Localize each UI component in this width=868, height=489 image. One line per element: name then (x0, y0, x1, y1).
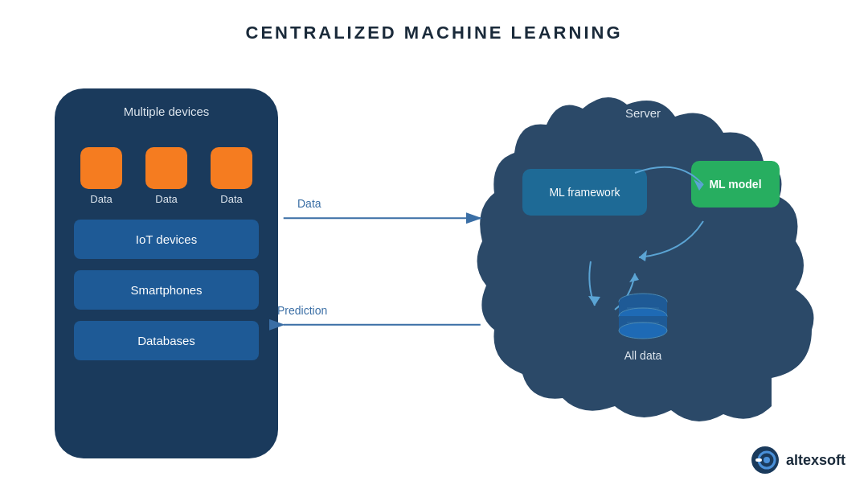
data-label-middle: Data (155, 193, 177, 205)
data-icon-left: Data (80, 147, 122, 205)
data-arrow-label: Data (297, 197, 321, 210)
data-icon-right: Data (211, 147, 252, 205)
svg-marker-1 (639, 250, 647, 261)
logo-text: altexsoft (786, 452, 845, 469)
cloud-area: Server ML framework ML model (466, 72, 820, 442)
prediction-arrow-label: Prediction (277, 304, 327, 317)
server-label: Server (625, 106, 661, 120)
data-icon-middle: Data (145, 147, 187, 205)
logo-area: altexsoft (751, 446, 845, 475)
svg-marker-2 (588, 296, 600, 306)
database-icon: All data (615, 292, 671, 362)
data-square-left (80, 147, 122, 189)
databases-button: Databases (74, 321, 259, 360)
page-title: CENTRALIZED MACHINE LEARNING (0, 0, 868, 43)
svg-point-8 (619, 323, 667, 339)
svg-rect-18 (755, 458, 762, 462)
svg-point-17 (764, 457, 770, 463)
all-data-label: All data (624, 349, 662, 362)
device-panel: Multiple devices Data Data Data IoT devi… (55, 88, 278, 458)
iot-devices-button: IoT devices (74, 220, 259, 259)
data-icons-row: Data Data Data (74, 133, 259, 205)
altexsoft-icon (751, 446, 780, 475)
smartphones-button: Smartphones (74, 270, 259, 310)
svg-marker-3 (629, 273, 639, 282)
diagram-area: Multiple devices Data Data Data IoT devi… (0, 64, 868, 489)
data-label-left: Data (90, 193, 112, 205)
data-square-right (211, 147, 252, 189)
data-label-right: Data (220, 193, 242, 205)
device-panel-label: Multiple devices (74, 105, 259, 118)
data-square-middle (145, 147, 187, 189)
